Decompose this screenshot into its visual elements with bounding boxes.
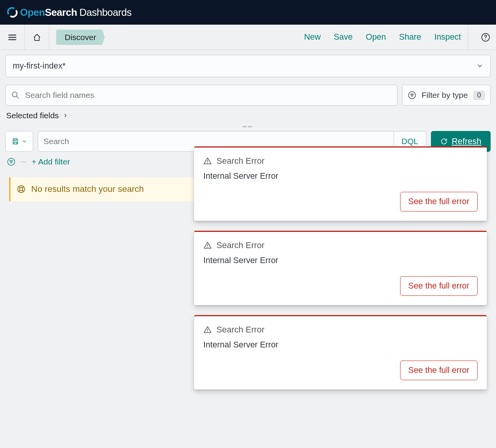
tab-label: Discover [65,33,96,42]
nav-inspect[interactable]: Inspect [434,32,461,42]
panel-splitter[interactable]: ══ [5,123,491,129]
chevron-down-icon [476,62,483,69]
hamburger-icon [8,33,17,42]
lifebuoy-icon [17,185,26,194]
add-filter-button[interactable]: + Add filter [32,157,70,166]
brand-text: OpenSearchDashboards [20,7,131,18]
opensearch-logo-icon [7,7,18,18]
toast-title-text: Search Error [216,325,265,335]
filter-count-badge: 0 [473,91,485,100]
save-icon [12,138,19,145]
error-toast: Search Error Internal Server Error See t… [194,315,487,389]
svg-point-7 [207,163,208,163]
refresh-icon [440,138,448,145]
warning-icon [203,326,212,334]
see-full-error-button[interactable]: See the full error [400,192,478,211]
tab-discover[interactable]: Discover [56,30,105,45]
nav-new[interactable]: New [304,32,321,42]
brand-search: Search [45,7,77,18]
field-search-row: Filter by type 0 [5,85,491,106]
field-search-input[interactable] [25,91,392,100]
query-input[interactable] [38,137,394,146]
filter-by-type-label: Filter by type [422,91,468,100]
index-pattern-value: my-first-index* [13,61,65,71]
nav-share[interactable]: Share [399,32,421,42]
help-icon [481,33,490,42]
field-search-box[interactable] [5,85,397,106]
brand-logo[interactable]: OpenSearchDashboards [7,7,131,18]
brand-header: OpenSearchDashboards [0,0,496,25]
app-nav-bar: Discover New Save Open Share Inspect [0,25,496,50]
toast-body-text: Internal Server Error [203,256,478,265]
selected-fields-toggle[interactable]: Selected fields [5,111,491,120]
dql-label: DQL [402,137,418,146]
error-toast: Search Error Internal Server Error See t… [194,231,487,305]
warning-icon [203,157,212,165]
svg-point-9 [207,331,208,332]
see-full-error-button[interactable]: See the full error [400,361,478,380]
search-icon [11,91,20,99]
filter-by-type-button[interactable]: Filter by type 0 [402,85,491,106]
see-full-error-button[interactable]: See the full error [400,276,478,296]
warning-icon [203,241,212,250]
filter-icon [408,91,416,99]
brand-open: Open [20,7,45,18]
nav-open[interactable]: Open [366,32,386,42]
toast-title-text: Search Error [216,156,265,166]
refresh-label: Refresh [452,136,481,146]
filter-divider [21,161,26,162]
toast-title-text: Search Error [216,240,265,250]
home-button[interactable] [25,25,49,50]
svg-point-6 [20,188,23,191]
toast-stack: Search Error Internal Server Error See t… [194,146,487,389]
selected-fields-label: Selected fields [6,111,59,120]
index-pattern-selector[interactable]: my-first-index* [5,55,491,77]
brand-dash: Dashboards [79,7,131,18]
saved-query-button[interactable] [5,131,33,152]
filter-settings-icon[interactable] [7,158,15,166]
help-button[interactable] [475,25,496,50]
error-toast: Search Error Internal Server Error See t… [194,146,487,221]
svg-point-8 [207,247,208,248]
chevron-right-icon [63,113,68,118]
chevron-down-icon [22,139,27,144]
nav-save[interactable]: Save [334,32,353,42]
menu-toggle[interactable] [0,25,25,50]
nav-links: New Save Open Share Inspect [304,25,461,50]
toast-body-text: Internal Server Error [203,340,478,350]
home-icon [32,33,42,42]
toast-body-text: Internal Server Error [203,171,478,181]
callout-text: No results match your search [31,184,144,194]
svg-point-1 [485,39,486,39]
